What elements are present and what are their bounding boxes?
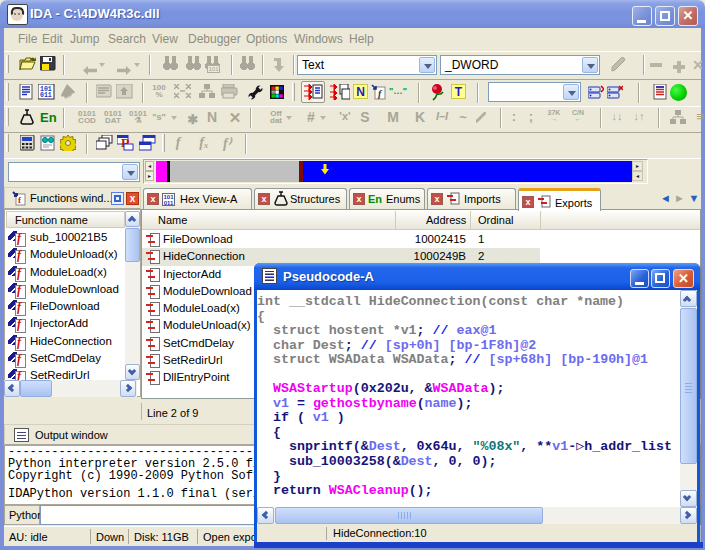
svg-text:011: 011 bbox=[40, 92, 52, 99]
